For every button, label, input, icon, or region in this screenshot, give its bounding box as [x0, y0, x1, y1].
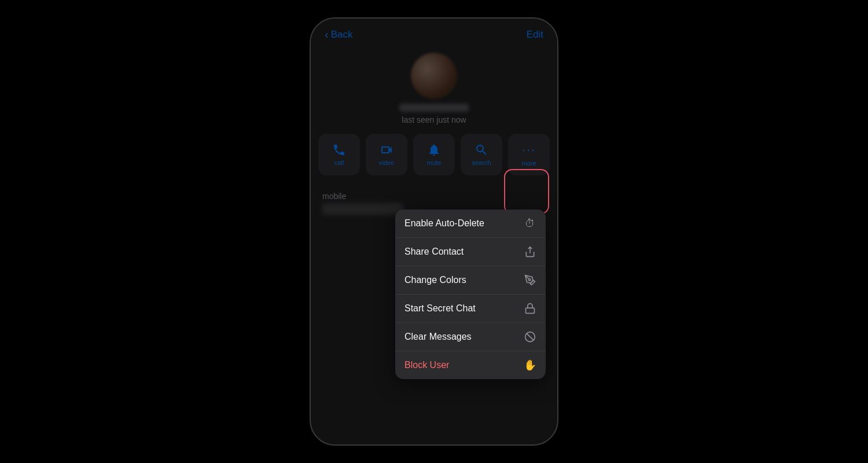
svg-point-0: [529, 279, 531, 281]
menu-item-change-colors[interactable]: Change Colors: [395, 266, 546, 295]
mute-icon: [427, 143, 441, 157]
more-label: more: [521, 160, 536, 167]
menu-item-share-contact[interactable]: Share Contact: [395, 238, 546, 266]
clear-messages-label: Clear Messages: [404, 332, 472, 342]
svg-line-3: [527, 333, 534, 340]
back-button[interactable]: ‹ Back: [325, 28, 352, 41]
video-button[interactable]: video: [366, 134, 407, 175]
contact-area: last seen just now call video mute: [311, 46, 557, 185]
last-seen-status: last seen just now: [402, 115, 466, 124]
change-colors-icon: [524, 274, 536, 286]
enable-auto-delete-label: Enable Auto-Delete: [404, 218, 484, 229]
share-contact-label: Share Contact: [404, 247, 464, 257]
change-colors-label: Change Colors: [404, 275, 466, 285]
phone-number-blur: [322, 203, 403, 215]
search-icon: [475, 143, 488, 157]
block-user-label: Block User: [404, 360, 449, 370]
edit-button[interactable]: Edit: [527, 29, 543, 41]
action-buttons-row: call video mute search ··: [310, 134, 558, 175]
call-label: call: [334, 159, 344, 166]
phone-frame: ‹ Back Edit last seen just now call vide…: [310, 17, 558, 446]
mobile-label: mobile: [322, 192, 346, 201]
secret-chat-icon: [524, 302, 536, 315]
start-secret-chat-label: Start Secret Chat: [404, 303, 476, 314]
header: ‹ Back Edit: [311, 19, 557, 46]
menu-item-block-user[interactable]: Block User ✋: [395, 351, 546, 379]
contact-name-blur: [399, 104, 469, 112]
back-chevron-icon: ‹: [325, 28, 329, 41]
search-label: search: [472, 159, 491, 166]
video-label: video: [379, 159, 394, 166]
video-icon: [380, 143, 393, 157]
clear-messages-icon: [524, 330, 536, 343]
svg-rect-1: [526, 308, 535, 313]
context-menu: Enable Auto-Delete ⏱ Share Contact Chang…: [395, 210, 546, 379]
call-button[interactable]: call: [318, 134, 360, 175]
call-icon: [332, 143, 346, 157]
back-label: Back: [331, 29, 353, 41]
menu-item-enable-auto-delete[interactable]: Enable Auto-Delete ⏱: [395, 210, 546, 238]
mute-button[interactable]: mute: [413, 134, 455, 175]
mute-label: mute: [427, 159, 441, 166]
search-button[interactable]: search: [461, 134, 502, 175]
more-dots-icon: ···: [522, 142, 536, 157]
auto-delete-icon: ⏱: [524, 217, 536, 230]
block-user-icon: ✋: [524, 359, 536, 372]
share-contact-icon: [524, 245, 536, 258]
avatar: [411, 53, 457, 99]
menu-item-start-secret-chat[interactable]: Start Secret Chat: [395, 295, 546, 323]
menu-item-clear-messages[interactable]: Clear Messages: [395, 323, 546, 351]
more-button[interactable]: ··· more: [508, 134, 550, 175]
